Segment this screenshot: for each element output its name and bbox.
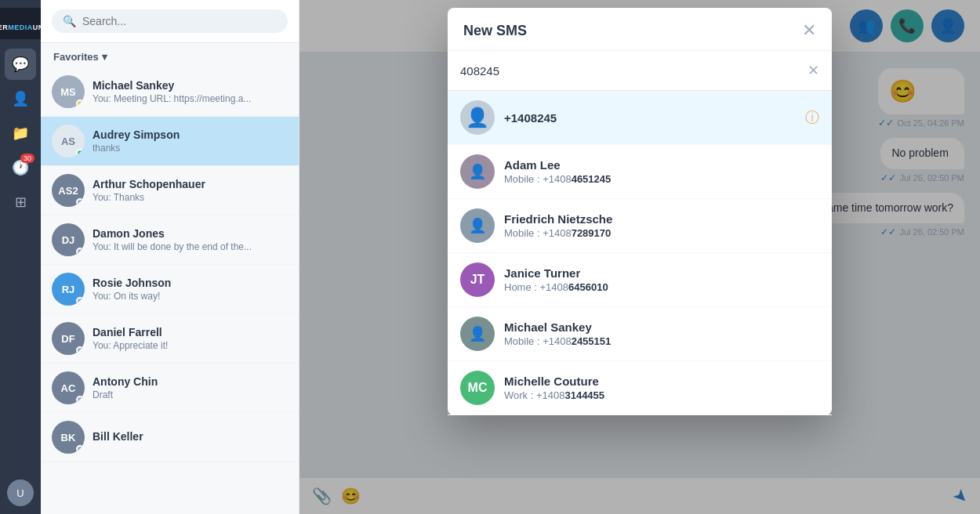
contact-item[interactable]: RJ Rosie Johnson You: On its way! (41, 265, 299, 314)
contact-item[interactable]: AS Audrey Simpson thanks (41, 117, 299, 166)
result-avatar: MC (460, 371, 495, 405)
contact-item[interactable]: DF Daniel Farrell You: Appreciate it! (41, 314, 299, 364)
result-info: Adam Lee Mobile : +14084651245 (504, 158, 819, 185)
status-dot (76, 396, 84, 404)
status-dot (76, 445, 84, 453)
sidebar-item-recent[interactable]: 🕐 30 (5, 152, 36, 183)
modal-title: New SMS (463, 23, 527, 39)
modal-header: New SMS ✕ (448, 8, 832, 51)
contact-item[interactable]: BK Bill Keller (41, 413, 299, 462)
status-dot (76, 248, 84, 255)
contact-info: Damon Jones You: It will be done by the … (93, 227, 288, 252)
contact-name: Michael Sankey (93, 79, 288, 92)
modal-overlay: New SMS ✕ ✕ 👤 +1408245 ⓘ 👤 Adam Lee Mobi… (299, 0, 980, 514)
clear-search-button[interactable]: ✕ (808, 62, 819, 79)
contact-info: Audrey Simpson thanks (93, 128, 288, 154)
new-sms-modal: New SMS ✕ ✕ 👤 +1408245 ⓘ 👤 Adam Lee Mobi… (448, 8, 832, 415)
result-info: Michelle Couture Work : +14083144455 (504, 375, 819, 401)
result-avatar: JT (460, 262, 495, 297)
contact-info: Michael Sankey You: Meeting URL: https:/… (93, 79, 288, 104)
search-box: 🔍 (41, 0, 299, 43)
chevron-down-icon: ▾ (102, 51, 107, 63)
result-name: +1408245 (504, 111, 796, 125)
contact-avatar: AS2 (52, 174, 85, 207)
sidebar-item-files[interactable]: 📁 (5, 118, 36, 149)
contact-name: Arthur Schopenhauer (93, 178, 288, 190)
chat-area: 👥 📞 👤 😊 ✓✓ Oct 25, 04:26 PM No problem ✓… (299, 0, 980, 514)
user-avatar[interactable]: U (7, 480, 34, 506)
grid-icon: ⊞ (15, 194, 27, 211)
contact-name: Antony Chin (93, 375, 288, 388)
search-result-item[interactable]: 👤 Michael Sankey Mobile : +14082455151 (448, 307, 832, 361)
search-result-item[interactable]: MC Michelle Couture Work : +14083144455 (448, 361, 832, 415)
result-info: +1408245 (504, 111, 796, 125)
contact-item[interactable]: DJ Damon Jones You: It will be done by t… (41, 215, 299, 265)
folder-icon: 📁 (12, 125, 29, 142)
result-info: Janice Turner Home : +14086456010 (504, 266, 819, 293)
contact-info: Antony Chin Draft (93, 375, 288, 400)
status-dot (76, 149, 84, 157)
contact-preview: thanks (93, 143, 288, 154)
modal-search-input[interactable] (460, 64, 801, 78)
contact-preview: Draft (93, 389, 288, 400)
contact-name: Rosie Johnson (93, 277, 288, 289)
result-name: Michelle Couture (504, 375, 819, 388)
search-result-item[interactable]: 👤 Friedrich Nietzsche Mobile : +14087289… (448, 199, 832, 253)
contact-name: Audrey Simpson (93, 128, 288, 141)
contact-info: Daniel Farrell You: Appreciate it! (93, 326, 288, 351)
search-wrap: 🔍 (52, 9, 288, 33)
modal-results: 👤 +1408245 ⓘ 👤 Adam Lee Mobile : +140846… (448, 91, 832, 415)
contact-list: MS Michael Sankey You: Meeting URL: http… (41, 67, 299, 514)
info-icon[interactable]: ⓘ (805, 108, 819, 127)
result-detail: Mobile : +14082455151 (504, 335, 819, 347)
result-info: Friedrich Nietzsche Mobile : +1408728917… (504, 212, 819, 239)
contact-preview: You: Appreciate it! (93, 340, 288, 351)
contact-name: Damon Jones (93, 227, 288, 240)
result-avatar: 👤 (460, 208, 495, 243)
contact-name: Daniel Farrell (93, 326, 288, 338)
contact-preview: You: On its way! (93, 291, 288, 302)
result-name: Michael Sankey (504, 320, 819, 334)
close-button[interactable]: ✕ (802, 22, 816, 39)
result-avatar: 👤 (460, 100, 495, 135)
contact-name: Bill Keller (93, 430, 288, 443)
status-dot (76, 100, 84, 107)
result-detail: Work : +14083144455 (504, 389, 819, 401)
contact-item[interactable]: AS2 Arthur Schopenhauer You: Thanks (41, 166, 299, 215)
contact-avatar: RJ (52, 273, 85, 306)
contact-item[interactable]: MS Michael Sankey You: Meeting URL: http… (41, 67, 299, 117)
modal-search-wrap: ✕ (448, 51, 832, 91)
contact-preview: You: It will be done by the end of the..… (93, 241, 288, 252)
contact-preview: You: Meeting URL: https://meeting.a... (93, 93, 288, 104)
result-avatar: 👤 (460, 317, 495, 351)
status-dot (76, 198, 84, 206)
search-result-item[interactable]: 👤 Adam Lee Mobile : +14084651245 (448, 145, 832, 199)
sidebar-item-contacts[interactable]: 👤 (5, 83, 36, 114)
result-name: Janice Turner (504, 266, 819, 280)
result-detail: Mobile : +14087289170 (504, 227, 819, 239)
search-result-item[interactable]: 👤 +1408245 ⓘ (448, 91, 832, 145)
sidebar-item-chat[interactable]: 💬 (5, 49, 36, 80)
favorites-header[interactable]: Favorites ▾ (41, 43, 299, 67)
status-dot (76, 297, 84, 305)
notification-badge: 30 (20, 154, 34, 163)
contact-info: Rosie Johnson You: On its way! (93, 277, 288, 302)
status-dot (76, 346, 84, 354)
sidebar: ■ INTERMEDIAUNITE 💬 👤 📁 🕐 30 ⊞ U (0, 0, 41, 514)
result-info: Michael Sankey Mobile : +14082455151 (504, 320, 819, 347)
search-input[interactable] (82, 15, 277, 27)
result-detail: Mobile : +14084651245 (504, 173, 819, 185)
chat-icon: 💬 (12, 56, 29, 73)
contact-avatar: DJ (52, 223, 85, 256)
contact-panel: 🔍 Favorites ▾ MS Michael Sankey You: Mee… (41, 0, 299, 514)
contact-item[interactable]: AC Antony Chin Draft (41, 364, 299, 413)
contact-info: Arthur Schopenhauer You: Thanks (93, 178, 288, 203)
sidebar-item-apps[interactable]: ⊞ (5, 186, 36, 218)
result-name: Friedrich Nietzsche (504, 212, 819, 226)
app-logo: ■ INTERMEDIAUNITE (0, 8, 41, 39)
search-icon: 🔍 (63, 15, 76, 27)
contact-avatar: MS (52, 75, 85, 108)
search-result-item[interactable]: JT Janice Turner Home : +14086456010 (448, 253, 832, 307)
contact-avatar: AC (52, 371, 85, 404)
contact-avatar: AS (52, 125, 85, 157)
